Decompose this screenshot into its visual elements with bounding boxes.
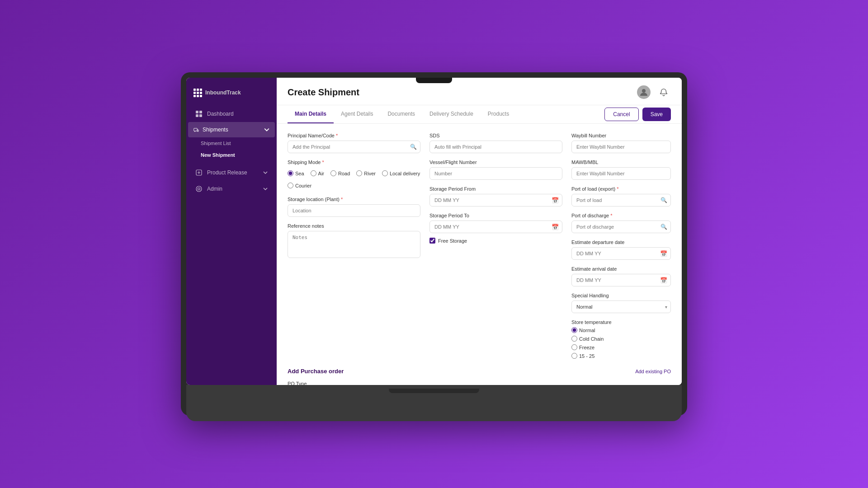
waybill-input[interactable] [571, 141, 671, 153]
storage-period-to-input[interactable] [429, 221, 562, 233]
estimate-departure-calendar-icon[interactable]: 📅 [660, 250, 667, 257]
sds-input[interactable] [429, 141, 562, 153]
special-handling-select[interactable]: Normal Fragile Hazardous [571, 300, 671, 313]
sidebar-section-shipments: Shipments Shipment List New Shipment [186, 122, 277, 161]
storage-location-input[interactable] [288, 204, 420, 217]
special-handling-label: Special Handling [571, 293, 671, 298]
tab-actions: Cancel Save [604, 108, 671, 121]
tab-products[interactable]: Products [481, 105, 516, 123]
radio-road[interactable]: Road [330, 170, 350, 176]
storage-location-label: Storage location (Plant) * [288, 197, 420, 202]
sidebar-logo: InboundTrack [186, 85, 277, 106]
store-temperature-group: Store temperature Normal Cold Chain Free… [571, 319, 671, 359]
laptop-screen: InboundTrack Dashboard [186, 78, 682, 385]
notification-button[interactable] [656, 85, 671, 99]
chevron-down-icon [264, 127, 269, 132]
save-button[interactable]: Save [642, 108, 671, 121]
waybill-label: Waybill Number [571, 133, 671, 138]
header-actions [637, 85, 671, 99]
form-body: Principal Name/Code * 🔍 Shipping [277, 124, 682, 385]
sds-group: SDS [429, 133, 562, 153]
free-storage-checkbox[interactable] [429, 238, 435, 244]
laptop-notch [416, 78, 452, 83]
svg-point-5 [194, 131, 195, 132]
estimate-arrival-group: Estimate arrival date 📅 [571, 266, 671, 286]
sidebar-item-new-shipment[interactable]: New Shipment [188, 149, 275, 161]
po-number-group: ↻ [483, 381, 671, 385]
sidebar-item-dashboard[interactable]: Dashboard [188, 106, 275, 122]
waybill-group: Waybill Number [571, 133, 671, 153]
radio-courier[interactable]: Courier [288, 183, 311, 188]
sidebar-item-admin-label: Admin [207, 186, 222, 192]
cancel-button[interactable]: Cancel [604, 108, 638, 121]
storage-from-calendar-icon[interactable]: 📅 [552, 197, 559, 204]
storage-period-to-wrap: 📅 [429, 221, 562, 233]
port-of-discharge-group: Port of discharge * 🔍 [571, 213, 671, 233]
po-section-header: Add Purchase order Add existing PO [288, 368, 671, 375]
store-temperature-label: Store temperature [571, 319, 671, 325]
principal-name-input[interactable] [288, 141, 420, 153]
tab-delivery-schedule[interactable]: Delivery Schedule [422, 105, 481, 123]
svg-rect-1 [199, 111, 202, 113]
shipping-mode-label: Shipping Mode * [288, 160, 420, 165]
free-storage-label[interactable]: Free Storage [438, 238, 467, 244]
svg-point-8 [196, 186, 202, 192]
avatar-button[interactable] [637, 85, 651, 99]
estimate-arrival-input[interactable] [571, 274, 671, 286]
vessel-flight-input[interactable] [429, 167, 562, 180]
sidebar: InboundTrack Dashboard [186, 78, 277, 385]
laptop-base [186, 385, 682, 421]
mawb-input[interactable] [571, 167, 671, 180]
radio-temp-freeze[interactable]: Freeze [571, 344, 671, 350]
sidebar-item-product-release-label: Product Release [207, 169, 247, 176]
admin-chevron [263, 187, 268, 191]
page-title: Create Shipment [288, 87, 359, 98]
logo-icon [193, 89, 202, 97]
avatar-icon [639, 88, 648, 97]
reference-notes-textarea[interactable] [288, 231, 420, 258]
sidebar-item-admin[interactable]: Admin [188, 181, 275, 197]
special-handling-select-wrap: Normal Fragile Hazardous ▾ [571, 300, 671, 313]
radio-air[interactable]: Air [311, 170, 324, 176]
sidebar-item-shipment-list[interactable]: Shipment List [188, 137, 275, 149]
po-type-group: PO Type Consignment - ZNBK Standard PO R… [288, 381, 476, 385]
radio-temp-normal[interactable]: Normal [571, 327, 671, 333]
estimate-departure-label: Estimate departure date [571, 239, 671, 245]
estimate-arrival-calendar-icon[interactable]: 📅 [660, 277, 667, 284]
tab-documents[interactable]: Documents [380, 105, 422, 123]
product-release-chevron [263, 170, 268, 175]
add-existing-po-link[interactable]: Add existing PO [635, 369, 671, 374]
radio-temp-15-25[interactable]: 15 - 25 [571, 353, 671, 359]
radio-local[interactable]: Local delivery [382, 170, 420, 176]
storage-period-to-label: Storage Period To [429, 213, 562, 218]
sidebar-item-product-release[interactable]: Product Release [188, 164, 275, 181]
svg-rect-2 [196, 114, 198, 117]
product-release-icon [195, 169, 203, 176]
shipping-mode-radios: Sea Air Road River [288, 167, 420, 190]
port-of-discharge-input[interactable] [571, 221, 671, 233]
storage-period-to-group: Storage Period To 📅 [429, 213, 562, 233]
po-type-label: PO Type [288, 381, 476, 385]
radio-sea[interactable]: Sea [288, 170, 304, 176]
sidebar-shipments-header[interactable]: Shipments [188, 122, 275, 137]
principal-name-group: Principal Name/Code * 🔍 [288, 133, 420, 153]
estimate-arrival-wrap: 📅 [571, 274, 671, 286]
storage-period-from-input[interactable] [429, 194, 562, 206]
radio-river[interactable]: River [356, 170, 376, 176]
radio-temp-cold-chain[interactable]: Cold Chain [571, 336, 671, 342]
sidebar-logo-text: InboundTrack [205, 89, 241, 96]
svg-point-6 [198, 131, 198, 132]
po-number-label [483, 381, 671, 385]
main-form-layout: Principal Name/Code * 🔍 Shipping [288, 133, 671, 359]
shipments-icon [193, 127, 199, 132]
svg-rect-0 [196, 111, 198, 113]
storage-to-calendar-icon[interactable]: 📅 [552, 224, 559, 230]
tab-agent-details[interactable]: Agent Details [334, 105, 380, 123]
port-of-load-input[interactable] [571, 194, 671, 206]
storage-location-group: Storage location (Plant) * [288, 197, 420, 217]
tab-main-details[interactable]: Main Details [288, 105, 334, 123]
port-of-load-search-icon: 🔍 [660, 197, 667, 203]
estimate-departure-input[interactable] [571, 247, 671, 260]
svg-point-10 [642, 89, 646, 93]
estimate-departure-wrap: 📅 [571, 247, 671, 260]
